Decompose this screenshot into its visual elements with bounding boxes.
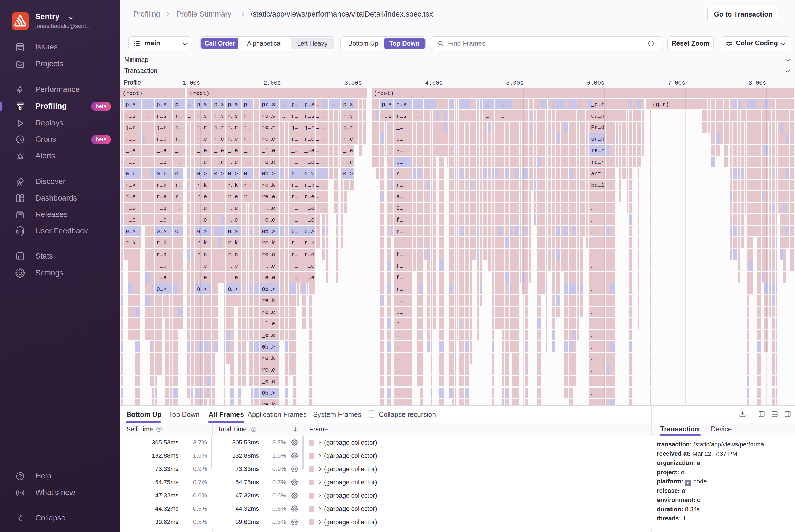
svg-text:…: … [316,101,319,108]
svg-text:r…e: r…e [157,194,167,200]
svg-text:_…: _… [291,217,298,223]
svg-text:re…k: re…k [262,298,275,304]
svg-text:r…: r… [396,286,403,292]
svg-text:3.00s: 3.00s [344,80,362,86]
svg-text:_…e: _…e [197,148,207,154]
svg-text:_…e: _…e [156,159,167,166]
svg-text:_…e: _…e [197,263,207,269]
svg-text:0b…>: 0b…> [262,344,275,350]
svg-text:(root): (root) [122,90,143,97]
svg-text:re…k: re…k [262,240,275,246]
svg-text:u…: u… [396,240,403,246]
svg-text:re…r: re…r [591,159,604,166]
svg-text:p…s: p…s [126,101,136,108]
svg-text:…: … [591,274,594,281]
svg-text:j…: j… [291,124,298,131]
svg-text:r…e: r…e [197,136,207,142]
svg-text:…: … [591,378,594,385]
svg-text:p…s: p…s [214,101,224,108]
svg-text:r…e: r…e [126,194,136,200]
svg-text:_…e: _…e [156,217,167,223]
svg-text:_…e: _…e [156,274,167,281]
svg-text:r…: r… [244,194,250,200]
svg-text:p…: p… [175,101,182,108]
svg-text:…: … [591,228,594,235]
svg-text:0…: 0… [175,171,182,177]
svg-text:_…e: _…e [228,148,238,154]
svg-text:re…r: re…r [591,148,604,154]
svg-text:_…e: _…e [126,148,136,154]
svg-text:r…: r… [291,251,298,258]
svg-text:r…: r… [291,182,298,188]
svg-text:…: … [322,159,326,166]
svg-text:…: … [591,251,594,258]
svg-text:j…r: j…r [228,124,238,131]
svg-text:…: … [501,113,504,119]
svg-text:a…: a… [396,194,403,200]
svg-text:p…s: p…s [396,101,406,108]
svg-text:r…s: r…s [126,113,136,119]
svg-text:…: … [501,101,504,108]
svg-text:_e…e: _e…e [262,378,275,385]
svg-text:p…s: p…s [304,101,314,108]
svg-text:…: … [322,101,326,108]
svg-text:…: … [322,182,326,188]
svg-text:r…s: r…s [343,113,353,119]
svg-text:pr…s: pr…s [262,101,275,108]
svg-text:…: … [316,136,319,142]
svg-text:2.00s: 2.00s [264,80,281,86]
svg-text:p…s: p…s [382,101,392,108]
svg-text:r…: r… [244,113,250,119]
svg-text:_…e: _…e [304,148,314,154]
svg-text:…: … [427,101,431,108]
svg-text:f…: f… [396,251,403,258]
svg-text:_…e: _…e [228,263,238,269]
svg-text:_…: _… [175,148,182,154]
svg-text:0…>: 0…> [197,171,207,177]
svg-text:_…e: _…e [304,274,314,281]
svg-text:j…r: j…r [304,124,314,131]
svg-text:r…: r… [175,194,182,200]
svg-text:_…e: _…e [304,159,314,166]
svg-text:u…: u… [396,309,403,316]
svg-text:r…: r… [291,240,298,246]
svg-text:_…e: _…e [343,148,353,154]
svg-text:r…k: r…k [304,240,314,246]
svg-text:4.00s: 4.00s [425,80,442,86]
svg-text:_c…t: _c…t [591,101,604,108]
svg-text:_…e: _…e [126,205,136,212]
svg-text:r…e: r…e [304,136,314,142]
svg-text:j…r: j…r [214,124,224,131]
svg-text:f…: f… [396,217,403,223]
svg-text:…: … [316,159,319,166]
svg-text:r…k: r…k [197,240,207,246]
svg-text:r…s: r…s [396,113,406,119]
svg-text:_…e: _…e [228,205,238,212]
svg-text:…: … [591,286,594,292]
svg-text:re…e: re…e [262,367,275,373]
svg-text:f…: f… [396,263,403,269]
svg-text:…: … [322,194,326,200]
svg-text:_…e: _…e [197,274,207,281]
svg-text:0b…>: 0b…> [262,286,275,292]
svg-text:p…: p… [244,101,250,108]
svg-text:p…: p… [291,101,298,108]
svg-text:0…>: 0…> [304,171,314,177]
svg-text:…: … [591,194,594,200]
svg-text:r…: r… [396,228,403,235]
svg-text:re…e: re…e [262,309,275,316]
svg-text:…: … [188,113,191,119]
svg-text:_…e: _…e [343,159,353,166]
svg-text:0…>: 0…> [228,171,238,177]
svg-text:…: … [322,113,326,119]
svg-text:r…s: r…s [304,113,314,119]
svg-text:r…e: r…e [304,194,314,200]
svg-text:r…s: r…s [382,113,392,119]
svg-text:ru…s: ru…s [262,113,275,119]
svg-text:r…k: r…k [126,182,136,188]
svg-text:_…: _… [175,205,182,212]
svg-text:6.00s: 6.00s [587,80,604,86]
svg-text:r…: r… [291,194,298,200]
svg-text:_…: _… [291,263,298,269]
svg-text:r…: r… [175,182,182,188]
